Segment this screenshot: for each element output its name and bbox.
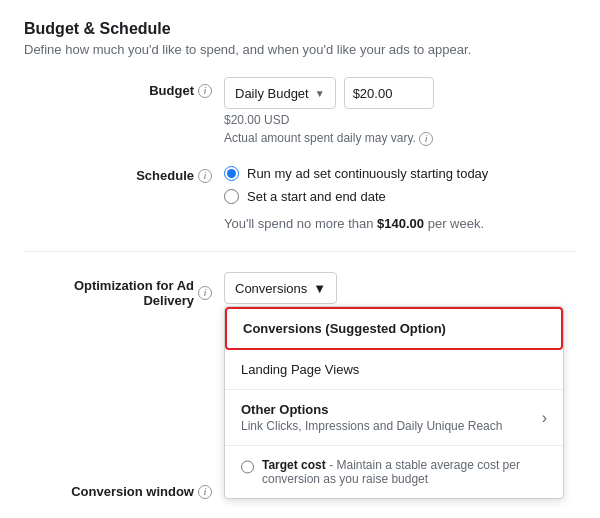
budget-row: Budget i Daily Budget ▼ $20.00 USD Actua… [24, 77, 576, 146]
dropdown-item-target-cost[interactable]: Target cost - Maintain a stable average … [225, 446, 563, 498]
actual-note-info-icon[interactable]: i [419, 132, 433, 146]
optimization-dropdown-btn[interactable]: Conversions ▼ [224, 272, 337, 304]
optimization-dropdown-caret: ▼ [313, 281, 326, 296]
schedule-option1[interactable]: Run my ad set continuously starting toda… [224, 166, 576, 181]
schedule-content: Run my ad set continuously starting toda… [224, 162, 576, 231]
budget-type-dropdown[interactable]: Daily Budget ▼ [224, 77, 336, 109]
optimization-dropdown-menu: Conversions (Suggested Option) Landing P… [224, 306, 564, 499]
page-title: Budget & Schedule [24, 20, 576, 38]
optimization-info-icon[interactable]: i [198, 286, 212, 300]
budget-usd-note: $20.00 USD [224, 113, 576, 127]
schedule-label: Schedule i [24, 162, 224, 183]
target-cost-radio[interactable] [241, 460, 254, 474]
schedule-radio-group: Run my ad set continuously starting toda… [224, 162, 576, 204]
schedule-option2[interactable]: Set a start and end date [224, 189, 576, 204]
budget-label: Budget i [24, 77, 224, 98]
other-options-text: Other Options Link Clicks, Impressions a… [241, 402, 502, 433]
schedule-radio1[interactable] [224, 166, 239, 181]
other-options-chevron: › [542, 409, 547, 427]
main-card: Budget & Schedule Define how much you'd … [0, 0, 600, 518]
budget-amount-input[interactable] [344, 77, 434, 109]
spend-amount: $140.00 [377, 216, 424, 231]
schedule-row: Schedule i Run my ad set continuously st… [24, 162, 576, 231]
dropdown-item-landing-page[interactable]: Landing Page Views [225, 350, 563, 390]
budget-dropdown-caret: ▼ [315, 88, 325, 99]
section-divider [24, 251, 576, 252]
dropdown-item-other-options[interactable]: Other Options Link Clicks, Impressions a… [225, 390, 563, 446]
conversion-window-info-icon[interactable]: i [198, 485, 212, 499]
actual-amount-note: Actual amount spent daily may vary. i [224, 131, 576, 146]
conversion-window-label: Conversion window i [24, 478, 224, 499]
optimization-content: Conversions ▼ Conversions (Suggested Opt… [224, 272, 576, 304]
schedule-info-icon[interactable]: i [198, 169, 212, 183]
target-cost-text: Target cost - Maintain a stable average … [262, 458, 547, 486]
dropdown-item-conversions[interactable]: Conversions (Suggested Option) [225, 307, 563, 350]
budget-content: Daily Budget ▼ $20.00 USD Actual amount … [224, 77, 576, 146]
optimization-row: Optimization for Ad Delivery i Conversio… [24, 272, 576, 308]
optimization-label: Optimization for Ad Delivery i [24, 272, 224, 308]
budget-info-icon[interactable]: i [198, 84, 212, 98]
spend-note: You'll spend no more than $140.00 per we… [224, 216, 576, 231]
optimization-dropdown-container: Conversions ▼ Conversions (Suggested Opt… [224, 272, 337, 304]
budget-controls: Daily Budget ▼ [224, 77, 576, 109]
schedule-radio2[interactable] [224, 189, 239, 204]
page-subtitle: Define how much you'd like to spend, and… [24, 42, 576, 57]
